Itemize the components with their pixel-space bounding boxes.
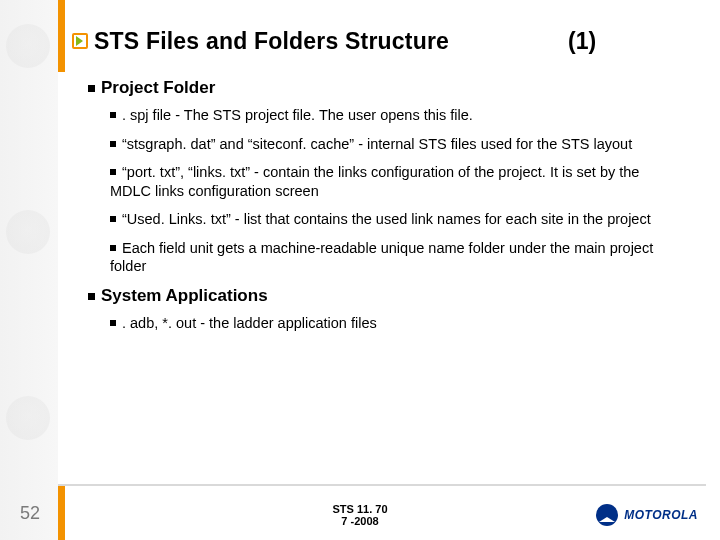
bullet-icon	[110, 169, 116, 175]
list-item-text: “port. txt”, “links. txt” - contain the …	[110, 164, 639, 199]
title-bullet-icon	[72, 33, 88, 49]
brand-logo: MOTOROLA	[596, 504, 698, 526]
list-item-text: “Used. Links. txt” - list that contains …	[122, 211, 651, 227]
list-item-text: . adb, *. out - the ladder application f…	[122, 315, 377, 331]
slide-title: STS Files and Folders Structure	[94, 28, 449, 55]
list-item-text: “stsgraph. dat” and “siteconf. cache” - …	[122, 136, 632, 152]
section-heading: System Applications	[88, 286, 688, 306]
section-heading: Project Folder	[88, 78, 688, 98]
list-item: “port. txt”, “links. txt” - contain the …	[110, 163, 688, 200]
footer-line-1: STS 11. 70	[332, 503, 387, 515]
bg-logo-icon	[6, 396, 50, 440]
sidebar-decoration	[0, 0, 58, 540]
footer-line-2: 7 -2008	[341, 515, 378, 527]
bullet-icon	[110, 216, 116, 222]
brand-name: MOTOROLA	[624, 508, 698, 522]
slide-title-number: (1)	[568, 28, 596, 55]
slide-body: Project Folder . spj file - The STS proj…	[88, 70, 688, 342]
bullet-icon	[110, 112, 116, 118]
section-heading-text: Project Folder	[101, 78, 215, 97]
accent-bar-top	[58, 0, 65, 72]
bullet-icon	[88, 293, 95, 300]
motorola-icon	[596, 504, 618, 526]
slide: STS Files and Folders Structure (1) Proj…	[0, 0, 720, 540]
list-item-text: . spj file - The STS project file. The u…	[122, 107, 473, 123]
section-heading-text: System Applications	[101, 286, 268, 305]
bg-logo-icon	[6, 210, 50, 254]
list-item: Each field unit gets a machine-readable …	[110, 239, 688, 276]
list-item: . adb, *. out - the ladder application f…	[110, 314, 688, 333]
list-item-text: Each field unit gets a machine-readable …	[110, 240, 653, 275]
bullet-icon	[110, 245, 116, 251]
bg-logo-icon	[6, 24, 50, 68]
bullet-icon	[110, 320, 116, 326]
footer-divider	[58, 484, 706, 486]
list-item: “Used. Links. txt” - list that contains …	[110, 210, 688, 229]
list-item: “stsgraph. dat” and “siteconf. cache” - …	[110, 135, 688, 154]
list-item: . spj file - The STS project file. The u…	[110, 106, 688, 125]
bullet-icon	[110, 141, 116, 147]
bullet-icon	[88, 85, 95, 92]
